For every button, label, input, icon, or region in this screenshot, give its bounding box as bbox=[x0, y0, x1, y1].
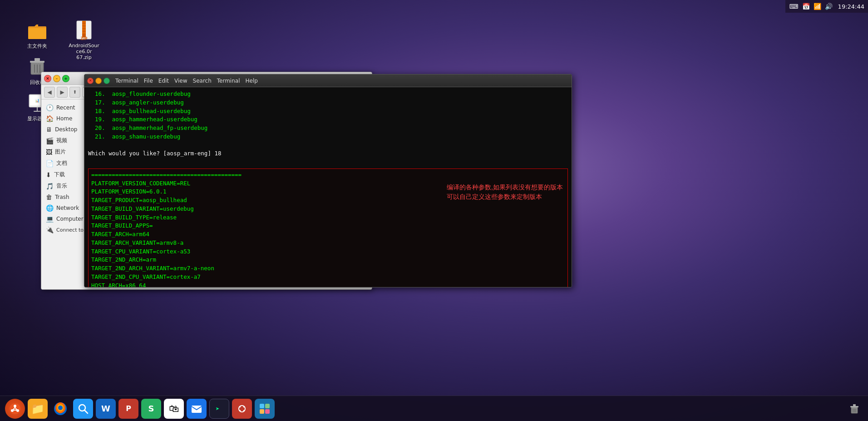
keyboard-icon[interactable]: ⌨ bbox=[789, 3, 798, 10]
trash-sidebar-icon: 🗑 bbox=[46, 193, 52, 201]
terminal-minimize-button[interactable] bbox=[95, 78, 102, 84]
desktop-icon-sm: 🖥 bbox=[46, 126, 52, 133]
svg-point-23 bbox=[14, 405, 16, 407]
documents-icon: 📄 bbox=[46, 160, 54, 167]
home-icon: 🏠 bbox=[46, 115, 54, 122]
mail-icon[interactable] bbox=[187, 399, 207, 419]
term-line: TARGET_ARCH=arm64 bbox=[91, 230, 565, 239]
wps-writer-icon[interactable]: W bbox=[96, 399, 116, 419]
term-prompt-line: Which would you like? [aosp_arm-eng] 18 bbox=[88, 149, 568, 158]
computer-icon: 💻 bbox=[46, 215, 54, 223]
svg-rect-45 bbox=[853, 404, 856, 406]
term-line: ========================================… bbox=[91, 171, 565, 179]
svg-rect-8 bbox=[82, 29, 86, 31]
term-line: TARGET_PRODUCT=aosp_bullhead bbox=[91, 196, 565, 205]
ubuntu-button[interactable] bbox=[5, 399, 25, 419]
recent-icon: 🕐 bbox=[46, 104, 54, 111]
svg-rect-5 bbox=[82, 21, 86, 23]
svg-text:➤: ➤ bbox=[216, 405, 219, 412]
zip-file-label: AndroidSource6.0r67.zip bbox=[68, 43, 100, 60]
svg-point-30 bbox=[58, 406, 63, 410]
music-icon: 🎵 bbox=[46, 183, 54, 190]
svg-text:ZIP: ZIP bbox=[81, 37, 88, 41]
svg-rect-39 bbox=[260, 404, 264, 408]
files-taskbar-icon[interactable]: 📁 bbox=[28, 399, 48, 419]
terminal-window: ✕ Terminal File Edit View Search Termina… bbox=[84, 74, 572, 287]
terminal-info-box: ========================================… bbox=[88, 168, 568, 287]
videos-icon: 🎬 bbox=[46, 137, 54, 144]
close-button[interactable]: ✕ bbox=[44, 75, 51, 82]
term-line: PLATFORM_VERSION=6.0.1 bbox=[91, 188, 565, 196]
back-button[interactable]: ◀ bbox=[44, 87, 55, 98]
pictures-icon: 🖼 bbox=[46, 149, 52, 156]
svg-rect-41 bbox=[260, 409, 264, 414]
svg-rect-40 bbox=[265, 404, 270, 408]
term-line: TARGET_BUILD_APPS= bbox=[91, 222, 565, 230]
term-line: 20. aosp_hammerhead_fp-userdebug bbox=[88, 124, 568, 133]
calendar-icon[interactable]: 📅 bbox=[802, 3, 810, 10]
clock: 19:24:44 bbox=[838, 3, 864, 10]
menu-terminal[interactable]: Terminal bbox=[115, 78, 138, 84]
search-taskbar-icon[interactable] bbox=[73, 399, 93, 419]
term-line: TARGET_BUILD_TYPE=release bbox=[91, 213, 565, 222]
menu-view[interactable]: View bbox=[174, 78, 187, 84]
term-line: 16. aosp_flounder-userdebug bbox=[88, 90, 568, 99]
wps-spreadsheet-icon[interactable]: S bbox=[141, 399, 161, 419]
term-line: TARGET_2ND_ARCH_VARIANT=armv7-a-neon bbox=[91, 264, 565, 273]
term-line: 18. aosp_bullhead-userdebug bbox=[88, 107, 568, 116]
term-line: TARGET_2ND_CPU_VARIANT=cortex-a7 bbox=[91, 273, 565, 282]
terminal-maximize-button[interactable] bbox=[104, 78, 110, 84]
svg-rect-13 bbox=[35, 58, 40, 61]
connect-app-icon[interactable] bbox=[255, 399, 275, 419]
firefox-taskbar-icon[interactable] bbox=[50, 399, 70, 419]
terminal-close-button[interactable]: ✕ bbox=[87, 78, 94, 84]
svg-rect-20 bbox=[34, 111, 41, 112]
term-line: TARGET_BUILD_VARIANT=userdebug bbox=[91, 205, 565, 213]
term-line: 19. aosp_hammerhead-userdebug bbox=[88, 115, 568, 124]
svg-rect-9 bbox=[82, 32, 86, 34]
svg-line-32 bbox=[84, 410, 88, 413]
maximize-button[interactable]: + bbox=[62, 75, 69, 82]
term-line: TARGET_CPU_VARIANT=cortex-a53 bbox=[91, 248, 565, 256]
term-line: TARGET_2ND_ARCH=arm bbox=[91, 256, 565, 264]
minimize-button[interactable]: – bbox=[53, 75, 60, 82]
connect-icon: 🔌 bbox=[46, 226, 54, 233]
wps-presentation-icon[interactable]: P bbox=[118, 399, 138, 419]
svg-rect-1 bbox=[28, 28, 46, 39]
term-line: PLATFORM_VERSION_CODENAME=REL bbox=[91, 179, 565, 188]
home-folder-icon bbox=[26, 19, 48, 41]
network-sidebar-icon: 🌐 bbox=[46, 204, 54, 212]
term-line bbox=[88, 158, 568, 167]
menu-file[interactable]: File bbox=[144, 78, 153, 84]
term-line: HOST_ARCH=x86_64 bbox=[91, 282, 565, 287]
svg-rect-7 bbox=[82, 26, 86, 28]
term-line: TARGET_ARCH_VARIANT=armv8-a bbox=[91, 239, 565, 248]
volume-icon[interactable]: 🔊 bbox=[825, 3, 833, 10]
network-icon[interactable]: 📶 bbox=[814, 3, 821, 10]
desktop-icon-zip[interactable]: ZIP AndroidSource6.0r67.zip bbox=[66, 17, 102, 62]
home-folder-label: 主文件夹 bbox=[27, 43, 47, 50]
svg-rect-12 bbox=[30, 61, 44, 63]
system-tray: ⌨ 📅 📶 🔊 19:24:44 bbox=[785, 0, 868, 13]
zip-file-icon: ZIP bbox=[73, 19, 95, 41]
terminal-taskbar-icon[interactable]: ➤ bbox=[209, 399, 229, 419]
svg-rect-42 bbox=[265, 409, 270, 414]
forward-button[interactable]: ▶ bbox=[57, 87, 68, 98]
menu-search[interactable]: Search bbox=[193, 78, 212, 84]
svg-rect-44 bbox=[850, 406, 858, 407]
terminal-body[interactable]: 16. aosp_flounder-userdebug 17. aosp_ang… bbox=[84, 87, 572, 287]
red-app-icon[interactable] bbox=[232, 399, 252, 419]
downloads-icon: ⬇ bbox=[46, 171, 51, 178]
up-button[interactable]: ⬆ bbox=[69, 87, 80, 98]
term-line bbox=[88, 141, 568, 150]
menu-help[interactable]: Help bbox=[246, 78, 258, 84]
desktop-icon-home[interactable]: 主文件夹 bbox=[19, 17, 55, 51]
menu-edit[interactable]: Edit bbox=[158, 78, 169, 84]
svg-rect-6 bbox=[82, 24, 86, 25]
taskbar: 📁 W P S 🛍 ➤ bbox=[0, 396, 868, 421]
svg-rect-38 bbox=[239, 407, 245, 410]
terminal-menu: Terminal File Edit View Search Terminal … bbox=[115, 78, 258, 84]
taskbar-trash-icon[interactable] bbox=[844, 399, 864, 419]
menu-terminal2[interactable]: Terminal bbox=[217, 78, 240, 84]
store-icon[interactable]: 🛍 bbox=[164, 399, 184, 419]
